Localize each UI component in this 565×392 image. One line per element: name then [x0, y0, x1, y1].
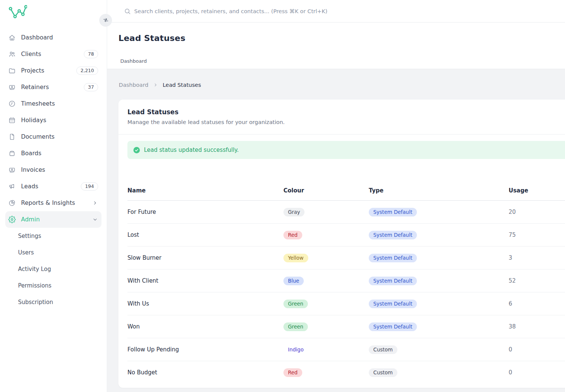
column-header-type: Type: [369, 187, 509, 201]
app-window: Dashboard Clients 78 Projects 2,210 Reta…: [0, 0, 565, 392]
megaphone-icon: [8, 183, 16, 190]
type-pill: System Default: [369, 277, 417, 285]
card-body: Lead status updated successfully. Name C…: [118, 135, 565, 388]
page-title: Lead Statuses: [118, 33, 565, 43]
type-pill: System Default: [369, 322, 417, 331]
colour-pill: Green: [283, 300, 308, 308]
count-badge: 2,210: [76, 67, 98, 75]
swap-arrows-icon: [103, 17, 109, 24]
sidebar-item-retainers[interactable]: Retainers 37: [5, 79, 101, 95]
sidebar-subitem-settings[interactable]: Settings: [0, 228, 107, 244]
gear-icon: [8, 216, 16, 223]
usage-count: 20: [509, 201, 565, 224]
sidebar-item-boards[interactable]: Boards: [5, 145, 101, 162]
status-name: Lost: [127, 224, 283, 247]
document-icon: [8, 133, 16, 141]
subitem-label: Permissions: [18, 282, 52, 289]
sidebar-item-invoices[interactable]: Invoices: [5, 162, 101, 178]
table-row: Lost Red System Default 75: [127, 224, 565, 247]
status-name: With Us: [127, 292, 283, 315]
usage-count: 0: [509, 338, 565, 361]
logo-line-chart-icon: [8, 3, 27, 19]
sidebar-item-label: Boards: [21, 150, 41, 157]
colour-pill: Red: [283, 368, 302, 377]
column-header-usage: Usage: [509, 187, 565, 201]
usage-count: 52: [509, 269, 565, 292]
sidebar-item-label: Projects: [21, 67, 44, 74]
card-header: Lead Statuses Manage the available lead …: [118, 100, 565, 135]
breadcrumb-dashboard[interactable]: Dashboard: [119, 82, 148, 88]
colour-pill: Yellow: [283, 254, 308, 262]
sidebar-item-clients[interactable]: Clients 78: [5, 46, 101, 62]
type-pill: System Default: [369, 254, 417, 262]
sidebar-nav: Dashboard Clients 78 Projects 2,210 Reta…: [0, 29, 107, 310]
check-circle-icon: [133, 147, 140, 153]
card-subtitle: Manage the available lead statuses for y…: [127, 119, 565, 125]
sidebar-item-label: Invoices: [21, 166, 45, 173]
subitem-label: Settings: [18, 233, 41, 239]
sidebar-subitem-subscription[interactable]: Subscription: [0, 294, 107, 310]
sidebar-item-label: Admin: [21, 216, 40, 223]
lead-statuses-table: Name Colour Type Usage For Future Gray S…: [127, 187, 565, 384]
subitem-label: Subscription: [18, 299, 53, 306]
sidebar-item-timesheets[interactable]: Timesheets: [5, 95, 101, 112]
subitem-label: Users: [18, 249, 34, 256]
sidebar-item-label: Clients: [21, 51, 41, 58]
sidebar-item-label: Dashboard: [21, 34, 53, 41]
pie-chart-icon: [8, 199, 16, 207]
sidebar-item-label: Retainers: [21, 84, 49, 91]
column-header-name: Name: [127, 187, 283, 201]
sidebar-item-leads[interactable]: Leads 194: [5, 178, 101, 195]
usage-count: 0: [509, 361, 565, 384]
lead-statuses-card: Lead Statuses Manage the available lead …: [118, 100, 565, 388]
sidebar-item-label: Holidays: [21, 117, 46, 124]
sidebar-item-label: Timesheets: [21, 100, 55, 107]
success-alert: Lead status updated successfully.: [127, 141, 565, 159]
card-title: Lead Statuses: [127, 108, 565, 116]
sidebar-item-label: Documents: [21, 133, 55, 140]
topbar: [107, 0, 565, 23]
search-icon: [124, 8, 131, 15]
sidebar-collapse-button[interactable]: [99, 14, 112, 27]
status-name: For Future: [127, 201, 283, 224]
table-row: With Us Green System Default 6: [127, 292, 565, 315]
sidebar-item-dashboard[interactable]: Dashboard: [5, 29, 101, 46]
sidebar-subitem-permissions[interactable]: Permissions: [0, 277, 107, 294]
breadcrumb-current: Lead Statuses: [163, 82, 201, 88]
clock-icon: [8, 100, 16, 107]
chevron-right-icon: [153, 82, 158, 88]
status-name: Slow Burner: [127, 247, 283, 269]
type-pill: Custom: [369, 368, 397, 377]
sidebar-item-admin[interactable]: Admin: [5, 211, 101, 228]
banknote-icon: [8, 83, 16, 91]
sidebar-item-documents[interactable]: Documents: [5, 129, 101, 145]
table-row: No Budget Red Custom 0: [127, 361, 565, 384]
colour-pill: Indigo: [283, 345, 308, 354]
sidebar: Dashboard Clients 78 Projects 2,210 Reta…: [0, 0, 107, 392]
sidebar-item-label: Leads: [21, 183, 38, 190]
app-logo[interactable]: [8, 3, 27, 19]
colour-pill: Blue: [283, 277, 304, 285]
table-row: Follow Up Pending Indigo Custom 0: [127, 338, 565, 361]
count-badge: 37: [84, 83, 98, 91]
folder-icon: [8, 67, 16, 74]
alert-message: Lead status updated successfully.: [144, 147, 239, 153]
sidebar-item-holidays[interactable]: Holidays: [5, 112, 101, 129]
page-header: Lead Statuses Dashboard: [107, 23, 565, 69]
archive-box-icon: [8, 150, 16, 157]
usage-count: 3: [509, 247, 565, 269]
colour-pill: Gray: [283, 208, 304, 216]
users-icon: [8, 50, 16, 58]
table-row: With Client Blue System Default 52: [127, 269, 565, 292]
sidebar-subitem-users[interactable]: Users: [0, 244, 107, 261]
search-input[interactable]: [134, 8, 375, 14]
type-pill: System Default: [369, 231, 417, 239]
main-area: Lead Statuses Dashboard Dashboard Lead S…: [107, 0, 565, 392]
sidebar-item-reports-insights[interactable]: Reports & Insights: [5, 195, 101, 211]
header-subnav-dashboard[interactable]: Dashboard: [118, 58, 147, 64]
sidebar-item-projects[interactable]: Projects 2,210: [5, 62, 101, 79]
type-pill: System Default: [369, 300, 417, 308]
usage-count: 75: [509, 224, 565, 247]
colour-pill: Red: [283, 231, 302, 239]
sidebar-subitem-activity-log[interactable]: Activity Log: [0, 261, 107, 277]
